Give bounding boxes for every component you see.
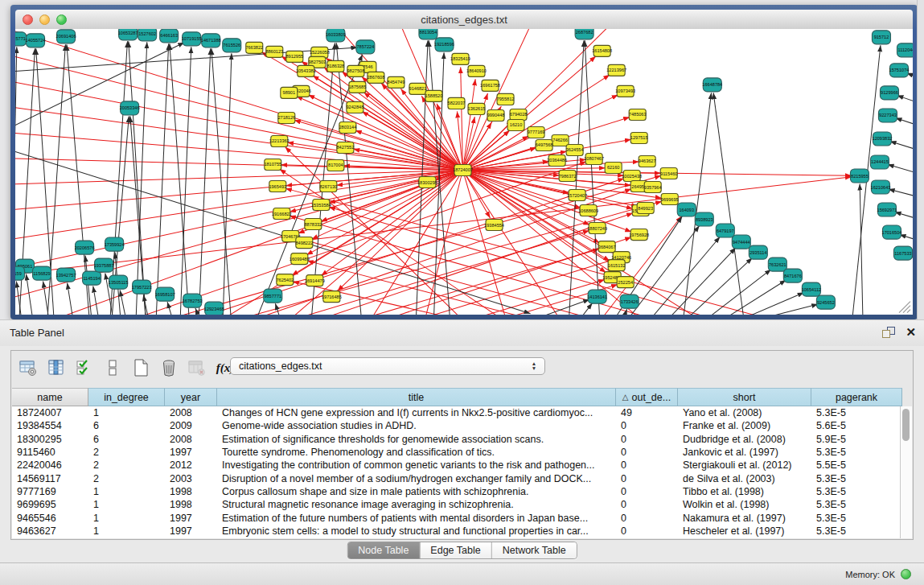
graph-node-18640910[interactable]: 18640910 (466, 65, 487, 76)
citation-edge-red[interactable] (462, 170, 632, 208)
column-header-name[interactable]: name (12, 388, 88, 406)
cell-out_de[interactable]: 0 (616, 447, 678, 458)
graph-node-817004[interactable]: 817004 (327, 159, 344, 171)
graph-node-10719155[interactable]: 10719155 (182, 32, 202, 46)
cell-year[interactable]: 2008 (165, 434, 217, 445)
select-all-rows-icon[interactable] (74, 357, 95, 378)
citation-edge-red[interactable] (321, 170, 462, 275)
graph-node-19218596[interactable]: 19218596 (434, 38, 454, 51)
cell-in_degree[interactable]: 6 (88, 420, 165, 431)
graph-node-7663822[interactable]: 7663822 (245, 42, 263, 53)
cell-in_degree[interactable]: 1 (88, 513, 165, 524)
cell-year[interactable]: 2012 (165, 459, 217, 471)
graph-node-1810755[interactable]: 1810755 (264, 159, 281, 170)
graph-node-19716485[interactable]: 19716485 (322, 291, 342, 303)
cell-out_de[interactable]: 0 (616, 459, 678, 471)
close-button[interactable] (23, 14, 33, 25)
graph-node-8860123[interactable]: 8860123 (265, 46, 283, 57)
citation-edge-black[interactable] (68, 283, 73, 315)
graph-node-16914479[interactable]: 16914479 (305, 275, 325, 286)
minimize-button[interactable] (39, 14, 50, 25)
float-window-icon[interactable] (882, 327, 895, 338)
cell-pagerank[interactable]: 5.9E-5 (811, 434, 902, 445)
graph-node-9146821[interactable]: 9146821 (409, 83, 427, 94)
citation-edge-black[interactable] (223, 53, 232, 315)
cell-pagerank[interactable]: 5.3E-5 (811, 525, 902, 537)
graph-node-9857771[interactable]: 9857771 (264, 289, 282, 303)
cell-pagerank[interactable]: 5.3E-5 (811, 513, 902, 524)
graph-node-10807467[interactable]: 10807467 (584, 153, 604, 164)
citation-edge-black[interactable] (15, 43, 184, 126)
graph-node-16210[interactable]: 16210 (507, 119, 524, 130)
column-header-title[interactable]: title (217, 388, 616, 406)
graph-node-164093[interactable]: 164093 (677, 203, 696, 216)
citation-edge-black[interactable] (585, 40, 599, 315)
graph-node-16210643[interactable]: 16210643 (871, 180, 891, 194)
graph-node-1156829[interactable]: 1156829 (33, 266, 51, 280)
cell-year[interactable]: 1997 (165, 447, 217, 458)
graph-node-10654112[interactable]: 10654112 (802, 282, 821, 296)
cell-title[interactable]: Tourette syndrome. Phenomenology and cla… (217, 447, 616, 458)
column-header-out_de[interactable]: △out_de... (616, 388, 678, 406)
graph-node-8267130[interactable]: 8267130 (319, 181, 337, 192)
graph-node-8813054[interactable]: 8813054 (419, 29, 437, 39)
graph-node-1297515[interactable]: 1297515 (630, 132, 648, 143)
graph-node-20691406[interactable]: 20691406 (56, 30, 76, 43)
cell-year[interactable]: 1998 (165, 486, 217, 497)
table-selector-dropdown[interactable]: citations_edges.txt ▲▼ (230, 357, 545, 375)
citation-edge-black[interactable] (890, 141, 913, 159)
citation-edge-red[interactable] (353, 170, 462, 315)
graph-node-8454749[interactable]: 8454749 (388, 76, 405, 88)
citation-edge-black[interactable] (129, 41, 146, 315)
graph-node-9777169[interactable]: 9777169 (528, 126, 545, 138)
tab-node-table[interactable]: Node Table (347, 542, 420, 558)
memory-ok-indicator-icon[interactable] (901, 569, 911, 579)
cell-out_de[interactable]: 0 (616, 473, 678, 484)
cell-title[interactable]: Disruption of a novel member of a sodium… (217, 473, 616, 484)
graph-node-16958107[interactable]: 16958107 (155, 287, 175, 301)
cell-name[interactable]: 9465546 (12, 513, 88, 524)
scrollbar-thumb[interactable] (902, 409, 910, 441)
graph-node-19166822[interactable]: 19166822 (272, 208, 292, 220)
graph-node-1965493[interactable]: 1965493 (269, 181, 286, 192)
graph-node-8912955[interactable]: 8912955 (285, 51, 303, 62)
cell-out_de[interactable]: 0 (616, 513, 678, 524)
graph-node-12923468[interactable]: 12923468 (204, 302, 224, 315)
cell-short[interactable]: Jankovic et al. (1997) (678, 447, 811, 458)
graph-node-9245652[interactable]: 9245652 (816, 295, 835, 309)
graph-node-19756928[interactable]: 19756928 (629, 229, 649, 241)
graph-node-6479197[interactable]: 6479197 (716, 224, 734, 237)
zoom-button[interactable] (56, 14, 67, 25)
graph-node-13505115[interactable]: 13505115 (109, 275, 128, 289)
citation-edge-black[interactable] (110, 41, 127, 315)
graph-node-9129966[interactable]: 9129966 (880, 86, 898, 100)
deselect-rows-icon[interactable] (102, 357, 123, 378)
cell-year[interactable]: 2009 (165, 420, 217, 431)
cell-in_degree[interactable]: 1 (88, 525, 165, 537)
graph-node-9357964[interactable]: 9357964 (644, 182, 662, 193)
cell-short[interactable]: Nakamura et al. (1997) (678, 513, 811, 524)
graph-node-7625402[interactable]: 7625402 (276, 274, 294, 286)
graph-node-10688609[interactable]: 10688609 (578, 205, 598, 216)
citation-edge-black[interactable] (895, 118, 913, 136)
graph-node-12093832[interactable]: 12093832 (873, 132, 893, 146)
graph-node-9242848[interactable]: 9242848 (346, 101, 363, 113)
cell-year[interactable]: 2008 (165, 407, 217, 418)
graph-node-15751074[interactable]: 15751074 (889, 64, 910, 77)
graph-node-19384554[interactable]: 19384554 (484, 220, 504, 231)
graph-node-14136141[interactable]: 14136141 (587, 290, 607, 303)
graph-node-9827508[interactable]: 9827508 (347, 65, 364, 76)
graph-node-7955812[interactable]: 7955812 (497, 93, 515, 105)
graph-node-252254[interactable]: 252254 (617, 277, 634, 288)
graph-node-2718126[interactable]: 2718126 (277, 112, 295, 123)
graph-node-16154808[interactable]: 16154808 (592, 45, 612, 56)
cell-in_degree[interactable]: 2 (88, 473, 165, 484)
graph-node-20206576[interactable]: 20206576 (75, 241, 95, 254)
cell-name[interactable]: 9699695 (12, 499, 88, 510)
cell-pagerank[interactable]: 5.3E-5 (811, 447, 902, 458)
graph-node-1875685[interactable]: 1875685 (348, 81, 366, 93)
cell-in_degree[interactable]: 1 (88, 499, 165, 510)
graph-node-1112044[interactable]: 1112044 (897, 43, 913, 57)
cell-short[interactable]: Franke et al. (2009) (678, 420, 811, 431)
graph-node-9474444[interactable]: 9474444 (732, 235, 750, 249)
